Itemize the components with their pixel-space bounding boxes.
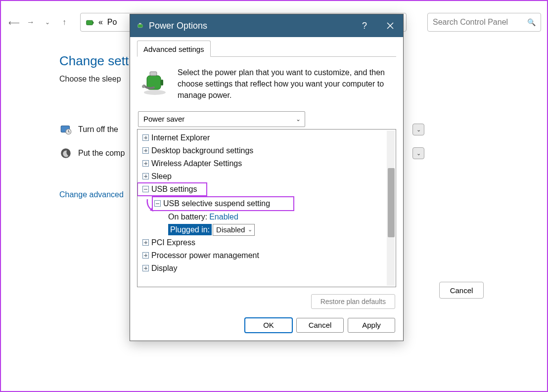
svg-rect-6 [142,25,143,27]
collapse-icon[interactable] [154,200,161,207]
scrollbar[interactable] [387,131,395,286]
search-input[interactable]: Search Control Panel 🔍 [427,13,541,32]
svg-rect-10 [161,80,163,86]
expand-icon[interactable] [142,134,149,141]
tree-value-on-battery[interactable]: On battery: Enabled [137,211,386,223]
sleep-icon [59,147,72,160]
power-plan-value: Power saver [143,115,184,123]
tree-item-usb-suspend[interactable]: USB selective suspend setting [152,197,294,211]
tree-value-plugged-in: Plugged in: Disabled ⌄ [137,223,386,236]
svg-point-8 [144,90,166,95]
power-options-dialog: Power Options ? Advanced settings Select… [130,14,404,341]
tree-item-wireless[interactable]: Wireless Adapter Settings [137,157,386,170]
display-timeout-icon [59,123,72,136]
expand-icon[interactable] [142,173,149,179]
cancel-button[interactable]: Cancel [296,318,344,333]
plugged-in-select[interactable]: Disabled ⌄ [213,224,255,236]
chevron-down-icon: ⌄ [248,226,252,233]
nav-back-icon[interactable]: ⟵ [7,15,21,29]
tree-item-cpu[interactable]: Processor power management [137,249,386,262]
power-plan-select[interactable]: Power saver ⌄ [138,111,305,127]
expand-icon[interactable] [142,239,149,246]
expand-icon[interactable] [142,160,149,167]
svg-rect-5 [138,24,142,28]
dialog-title: Power Options [149,21,352,31]
svg-point-12 [142,85,145,88]
battery-large-icon [140,67,170,96]
restore-defaults-button[interactable]: Restore plan defaults [311,294,395,309]
expand-icon[interactable] [142,252,149,259]
ok-button[interactable]: OK [245,318,292,333]
expand-icon[interactable] [142,147,149,154]
scrollbar-thumb[interactable] [388,168,395,237]
nav-up-icon[interactable]: ↑ [57,15,71,29]
titlebar[interactable]: Power Options ? [130,14,403,37]
display-timeout-select[interactable]: ⌄ [412,124,424,135]
battery-icon [85,17,95,28]
tree-item-pcie[interactable]: PCI Express [137,236,386,249]
nav-recent-icon[interactable]: ⌄ [41,15,54,29]
breadcrumb: « Po [98,18,117,27]
apply-button[interactable]: Apply [348,318,395,333]
on-battery-value[interactable]: Enabled [209,213,238,221]
tree-item-desktop[interactable]: Desktop background settings [137,144,386,157]
svg-rect-7 [139,23,141,24]
tree-item-sleep[interactable]: Sleep [137,170,386,183]
sleep-select[interactable]: ⌄ [412,147,424,159]
chevron-down-icon: ⌄ [296,116,301,123]
sleep-label: Put the comp [78,149,125,158]
tree-item-usb[interactable]: USB settings [137,183,207,196]
tab-advanced-settings[interactable]: Advanced settings [137,41,211,57]
cancel-button-bg[interactable]: Cancel [439,282,484,299]
dialog-icon [136,21,145,30]
svg-rect-11 [150,72,157,76]
svg-rect-1 [93,22,94,24]
search-icon: 🔍 [527,18,536,26]
close-button[interactable] [377,14,403,37]
plugged-in-label: Plugged in: [168,224,212,235]
nav-forward-icon[interactable]: → [24,15,38,29]
svg-rect-0 [87,20,93,25]
expand-icon[interactable] [142,265,149,271]
advanced-link[interactable]: Change advanced [59,190,124,199]
search-placeholder: Search Control Panel [433,18,508,27]
collapse-icon[interactable] [142,186,149,192]
help-button[interactable]: ? [352,14,377,37]
display-timeout-label: Turn off the [78,125,118,134]
intro-text: Select the power plan that you want to c… [178,67,393,101]
tree-item-ie[interactable]: Internet Explorer [137,131,386,144]
settings-tree: Internet Explorer Desktop background set… [137,129,396,287]
tree-item-display[interactable]: Display [137,262,386,275]
